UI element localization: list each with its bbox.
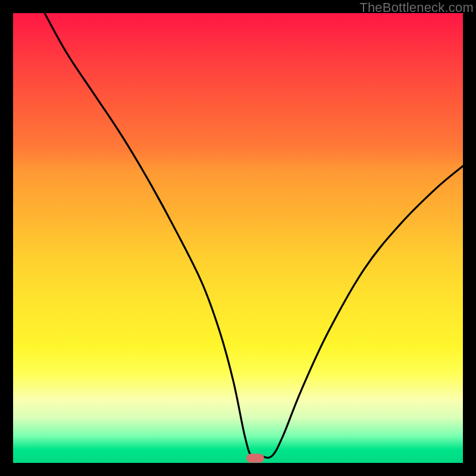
- chart-frame: TheBottleneck.com: [0, 0, 476, 476]
- plot-area: [13, 13, 463, 463]
- optimal-marker: [246, 454, 264, 463]
- watermark-text: TheBottleneck.com: [359, 0, 474, 15]
- bottleneck-curve: [13, 13, 463, 463]
